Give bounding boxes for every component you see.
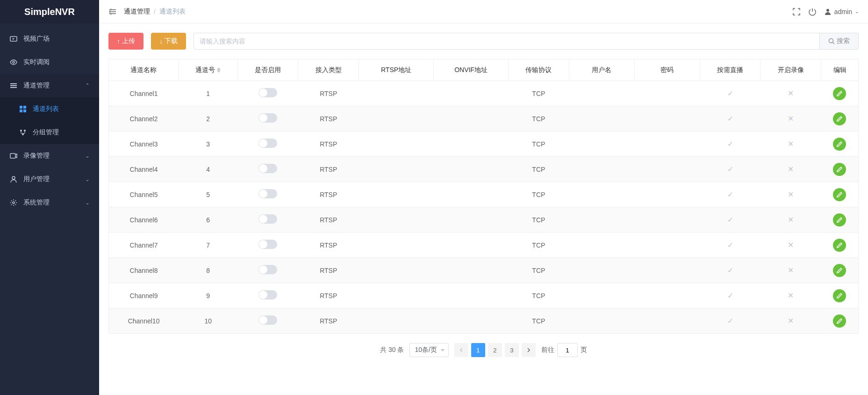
cell-number: 9	[179, 283, 237, 308]
cell-username	[569, 182, 634, 207]
x-icon: ✕	[788, 89, 794, 97]
cell-onvif	[434, 283, 509, 308]
search-input[interactable]	[194, 33, 820, 50]
svg-point-16	[829, 39, 833, 43]
sort-icon[interactable]	[217, 67, 221, 73]
nav-group-manage[interactable]: 分组管理	[0, 121, 99, 144]
cell-username	[569, 233, 634, 258]
nav-realtime[interactable]: 实时调阅	[0, 51, 99, 74]
sidebar: SimpleNVR 视频广场 实时调阅 通道管理 ⌃ 通道列表	[0, 0, 99, 395]
cell-number: 10	[179, 308, 237, 334]
nav-label: 用户管理	[23, 175, 50, 183]
edit-button[interactable]	[833, 264, 846, 277]
cell-protocol: TCP	[509, 308, 569, 334]
nav-video-square[interactable]: 视频广场	[0, 27, 99, 51]
enable-switch[interactable]	[258, 189, 277, 198]
cell-password	[634, 308, 700, 334]
table-row: Channel44RTSPTCP✓✕	[109, 157, 859, 182]
edit-button[interactable]	[833, 315, 846, 328]
nav-sub-label: 通道列表	[33, 105, 59, 113]
cell-record: ✕	[760, 182, 821, 207]
edit-button[interactable]	[833, 138, 846, 151]
cell-rtsp	[359, 233, 434, 258]
sidebar-toggle[interactable]	[108, 7, 117, 16]
pager-page-1[interactable]: 1	[471, 343, 485, 357]
cell-username	[569, 258, 634, 283]
enable-switch[interactable]	[258, 139, 277, 148]
enable-switch[interactable]	[258, 214, 277, 224]
enable-switch[interactable]	[258, 88, 277, 97]
col-number[interactable]: 通道号	[179, 59, 237, 81]
chevron-down-icon: ⌄	[85, 176, 90, 183]
user-icon	[9, 175, 18, 183]
table-row: Channel11RTSPTCP✓✕	[109, 81, 859, 106]
nav-user-manage[interactable]: 用户管理 ⌄	[0, 168, 99, 191]
cell-username	[569, 157, 634, 182]
check-icon: ✓	[727, 317, 733, 325]
user-menu[interactable]: admin ⌄	[824, 8, 859, 15]
page-size-select[interactable]: 10条/页	[409, 343, 448, 357]
cell-name: Channel4	[109, 157, 179, 182]
jump-input[interactable]	[557, 343, 578, 357]
pager-page-3[interactable]: 3	[505, 343, 519, 357]
cell-onvif	[434, 207, 509, 233]
upload-button[interactable]: ↑ 上传	[108, 33, 143, 50]
cell-enabled	[237, 81, 298, 106]
x-icon: ✕	[788, 266, 794, 274]
pager-page-2[interactable]: 2	[488, 343, 502, 357]
pager-prev[interactable]	[454, 343, 468, 357]
svg-point-13	[12, 176, 15, 179]
pager-next[interactable]	[522, 343, 536, 357]
upload-icon: ↑	[117, 37, 120, 45]
cell-access-type: RTSP	[298, 308, 359, 334]
power-button[interactable]	[808, 7, 817, 16]
enable-switch[interactable]	[258, 164, 277, 173]
cell-on-demand: ✓	[700, 283, 760, 308]
pager: 1 2 3	[454, 343, 536, 357]
nav-label: 实时调阅	[23, 58, 50, 66]
edit-button[interactable]	[833, 239, 846, 252]
cell-protocol: TCP	[509, 283, 569, 308]
cell-number: 4	[179, 157, 237, 182]
enable-switch[interactable]	[258, 290, 277, 300]
group-icon	[19, 128, 27, 137]
nav-channel-manage[interactable]: 通道管理 ⌃	[0, 74, 99, 97]
search-button[interactable]: 搜索	[820, 33, 859, 50]
enable-switch[interactable]	[258, 240, 277, 249]
fullscreen-button[interactable]	[792, 7, 801, 16]
download-button[interactable]: ↓ 下载	[151, 33, 186, 50]
col-username: 用户名	[569, 59, 634, 81]
user-avatar-icon	[824, 8, 832, 15]
enable-switch[interactable]	[258, 113, 277, 123]
enable-switch[interactable]	[258, 315, 277, 325]
check-icon: ✓	[727, 190, 733, 198]
x-icon: ✕	[788, 140, 794, 148]
cell-username	[569, 132, 634, 157]
enable-switch[interactable]	[258, 265, 277, 274]
cell-rtsp	[359, 207, 434, 233]
nav-record-manage[interactable]: 录像管理 ⌄	[0, 144, 99, 168]
nav: 视频广场 实时调阅 通道管理 ⌃ 通道列表 分组管理	[0, 23, 99, 214]
edit-button[interactable]	[833, 112, 846, 125]
cell-protocol: TCP	[509, 182, 569, 207]
cell-protocol: TCP	[509, 233, 569, 258]
edit-button[interactable]	[833, 87, 846, 100]
cell-protocol: TCP	[509, 132, 569, 157]
cell-rtsp	[359, 308, 434, 334]
edit-button[interactable]	[833, 188, 846, 201]
cell-enabled	[237, 106, 298, 132]
cell-enabled	[237, 283, 298, 308]
breadcrumb-parent[interactable]: 通道管理	[124, 7, 150, 16]
edit-button[interactable]	[833, 213, 846, 227]
cell-username	[569, 81, 634, 106]
edit-button[interactable]	[833, 163, 846, 176]
nav-channel-list[interactable]: 通道列表	[0, 97, 99, 121]
svg-point-9	[20, 130, 22, 132]
cell-rtsp	[359, 258, 434, 283]
cell-edit	[821, 207, 859, 233]
edit-button[interactable]	[833, 289, 846, 302]
cell-record: ✕	[760, 308, 821, 334]
cell-edit	[821, 308, 859, 334]
table-row: Channel55RTSPTCP✓✕	[109, 182, 859, 207]
nav-system-manage[interactable]: 系统管理 ⌄	[0, 191, 99, 214]
